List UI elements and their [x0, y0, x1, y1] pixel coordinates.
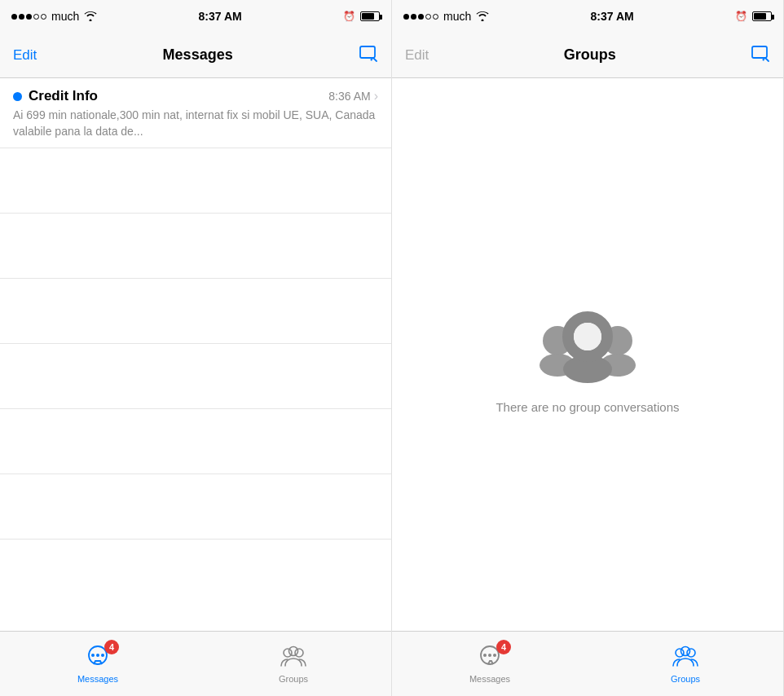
left-message-list: Credit Info 8:36 AM › Ai 699 min nationa…: [0, 78, 391, 631]
right-tab-messages-label: Messages: [469, 674, 510, 684]
svg-point-4: [101, 654, 104, 657]
left-messages-badge: 4: [104, 640, 119, 654]
svg-point-19: [488, 654, 491, 657]
left-alarm-icon: ⏰: [343, 11, 355, 22]
groups-panel: much 8:37 AM ⏰ Edit Groups: [392, 0, 784, 696]
svg-point-2: [91, 654, 95, 657]
rdot3: [418, 14, 424, 20]
left-tab-messages[interactable]: 4 Messages: [0, 645, 196, 684]
svg-point-22: [687, 649, 695, 657]
right-battery-icon: [752, 11, 772, 21]
left-groups-icon-wrap: [280, 645, 307, 671]
right-nav-title: Groups: [564, 46, 616, 64]
left-messages-icon-wrap: 4: [85, 645, 111, 671]
left-carrier: much: [51, 10, 79, 23]
chevron-icon: ›: [374, 89, 378, 104]
groups-empty-state: There are no group conversations: [392, 78, 783, 631]
right-tab-messages[interactable]: 4 Messages: [392, 645, 588, 684]
message-sender: Credit Info: [13, 88, 98, 104]
svg-point-3: [96, 654, 99, 657]
messages-panel: much 8:37 AM ⏰ Edit Messages: [0, 0, 392, 696]
right-tab-groups-label: Groups: [671, 674, 700, 684]
dot3: [26, 14, 32, 20]
empty-row-3: [0, 279, 391, 344]
left-tab-bar: 4 Messages Groups: [0, 631, 391, 696]
left-status-left: much: [11, 10, 97, 23]
left-compose-button[interactable]: [359, 45, 378, 66]
dot2: [19, 14, 24, 20]
left-battery-icon: [360, 11, 380, 21]
right-carrier: much: [443, 10, 471, 23]
right-groups-tab-icon: [672, 645, 699, 667]
empty-row-4: [0, 344, 391, 409]
empty-row-5: [0, 409, 391, 474]
dot1: [11, 14, 17, 20]
left-tab-groups[interactable]: Groups: [196, 645, 391, 684]
left-wifi-icon: [84, 11, 97, 21]
svg-point-23: [681, 646, 690, 655]
left-compose-icon: [359, 45, 378, 63]
dot5: [41, 14, 46, 20]
right-edit-button[interactable]: Edit: [405, 47, 429, 64]
rdot4: [425, 14, 431, 20]
svg-point-7: [289, 646, 298, 655]
svg-point-18: [483, 654, 487, 657]
left-nav-bar: Edit Messages: [0, 33, 391, 78]
left-time: 8:37 AM: [199, 10, 242, 23]
right-time: 8:37 AM: [591, 10, 634, 23]
groups-tab-icon: [280, 645, 307, 667]
right-status-left: much: [403, 10, 489, 23]
left-edit-button[interactable]: Edit: [13, 47, 37, 64]
right-status-bar: much 8:37 AM ⏰: [392, 0, 783, 33]
table-row[interactable]: Credit Info 8:36 AM › Ai 699 min nationa…: [0, 78, 391, 148]
empty-state-label: There are no group conversations: [496, 400, 679, 414]
message-header: Credit Info 8:36 AM ›: [13, 88, 378, 104]
rdot1: [403, 14, 409, 20]
right-messages-icon-wrap: 4: [477, 645, 503, 671]
right-messages-badge: 4: [496, 640, 511, 654]
message-time: 8:36 AM ›: [328, 89, 378, 104]
svg-rect-8: [752, 46, 767, 58]
right-status-right: ⏰: [735, 11, 772, 22]
left-status-bar: much 8:37 AM ⏰: [0, 0, 391, 33]
left-nav-title: Messages: [163, 46, 233, 64]
dot4: [33, 14, 39, 20]
empty-row-1: [0, 148, 391, 214]
svg-point-20: [493, 654, 496, 657]
empty-row-6: [0, 474, 391, 540]
group-empty-icon: [535, 296, 641, 385]
left-tab-messages-label: Messages: [77, 674, 118, 684]
svg-point-6: [295, 649, 303, 657]
right-compose-icon: [751, 45, 770, 63]
right-wifi-icon: [476, 11, 489, 21]
right-tab-groups[interactable]: Groups: [588, 645, 783, 684]
rdot2: [411, 14, 416, 20]
right-groups-icon-wrap: [672, 645, 699, 671]
svg-point-5: [284, 649, 292, 657]
message-preview: Ai 699 min nationale,300 min nat, intern…: [13, 108, 378, 139]
svg-rect-0: [360, 46, 375, 58]
svg-point-21: [676, 649, 684, 657]
right-signal: [403, 14, 438, 20]
rdot5: [433, 14, 438, 20]
left-status-right: ⏰: [343, 11, 380, 22]
empty-row-2: [0, 214, 391, 279]
right-tab-bar: 4 Messages Groups: [392, 631, 783, 696]
unread-indicator: [13, 92, 22, 101]
left-signal: [11, 14, 46, 20]
svg-point-15: [574, 323, 601, 350]
right-alarm-icon: ⏰: [735, 11, 747, 22]
right-nav-bar: Edit Groups: [392, 33, 783, 78]
left-tab-groups-label: Groups: [279, 674, 308, 684]
right-compose-button[interactable]: [751, 45, 770, 66]
